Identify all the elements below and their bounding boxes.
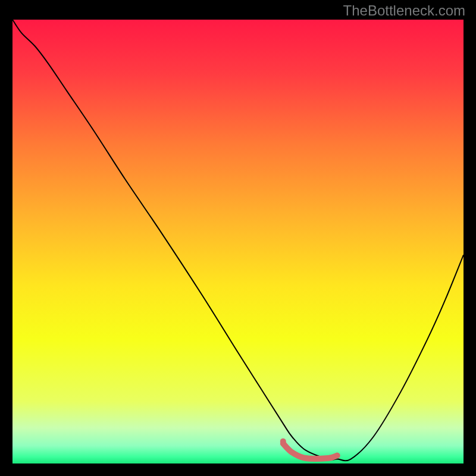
chart-container: TheBottleneck.com [0,0,476,476]
optimal-marker [283,443,337,459]
curve-layer [12,20,464,464]
watermark-text: TheBottleneck.com [343,2,465,19]
optimal-dot-icon [280,439,286,444]
bottleneck-curve [12,20,464,461]
plot-area [12,20,464,464]
